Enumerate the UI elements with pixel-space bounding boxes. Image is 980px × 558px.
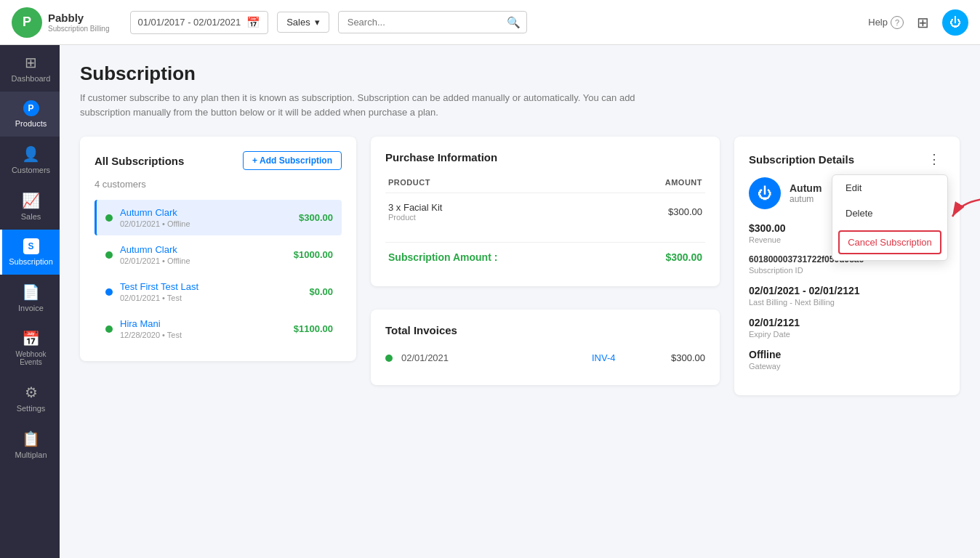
middle-column: Purchase Information PRODUCT AMOUNT <box>371 137 720 385</box>
help-label: Help <box>868 17 888 28</box>
sidebar-label-webhook: Webhook Events <box>5 350 57 366</box>
top-navigation: P Pabbly Subscription Billing 01/01/2017… <box>0 0 980 45</box>
gateway-value: Offline <box>749 349 945 360</box>
brand-name: Pabbly <box>48 12 110 25</box>
settings-icon: ⚙ <box>25 384 38 401</box>
main-layout: ⊞ Dashboard P Products 👤 Customers 📈 Sal… <box>0 45 980 558</box>
sidebar-label-dashboard: Dashboard <box>12 74 51 83</box>
help-circle-icon: ? <box>891 16 904 29</box>
webhook-icon: 📅 <box>22 330 40 347</box>
cancel-subscription-menu-item[interactable]: Cancel Subscription <box>838 230 941 254</box>
sidebar-label-subscription: Subscription <box>9 257 53 266</box>
sidebar-item-invoice[interactable]: 📄 Invoice <box>0 275 60 321</box>
sub-item-name-1: Autumn Clark <box>120 244 294 255</box>
sub-item-info-3: Hira Mani 12/28/2020 • Test <box>120 318 294 339</box>
invoice-id-0[interactable]: INV-4 <box>537 352 672 363</box>
status-dot-1 <box>105 251 113 259</box>
sidebar-label-products: Products <box>15 119 47 128</box>
invoice-row-0: 02/01/2021 INV-4 $300.00 <box>385 345 705 371</box>
subscription-item-2[interactable]: Test First Test Last 02/01/2021 • Test $… <box>95 274 342 310</box>
sales-label: Sales <box>286 17 310 28</box>
subscriptions-title: All Subscriptions <box>95 155 184 167</box>
search-button[interactable]: 🔍 <box>507 16 521 29</box>
subscriptions-card: All Subscriptions + Add Subscription 4 c… <box>80 137 356 361</box>
sidebar-item-sales[interactable]: 📈 Sales <box>0 183 60 230</box>
invoice-amount-0: $300.00 <box>671 352 705 363</box>
search-input[interactable] <box>345 12 507 33</box>
subscription-item-3[interactable]: Hira Mani 12/28/2020 • Test $1100.00 <box>95 311 342 347</box>
date-range-picker[interactable]: 01/01/2017 - 02/01/2021 📅 <box>130 11 269 34</box>
edit-menu-item[interactable]: Edit <box>832 175 947 201</box>
sub-item-name-0: Autumn Clark <box>120 207 299 218</box>
sidebar-label-settings: Settings <box>17 404 46 413</box>
delete-menu-item[interactable]: Delete <box>832 201 947 226</box>
sidebar-label-customers: Customers <box>12 166 50 174</box>
purchase-info-card: Purchase Information PRODUCT AMOUNT <box>371 137 720 286</box>
purchase-table: PRODUCT AMOUNT 3 x Facial Kit Product $3… <box>385 172 705 230</box>
invoice-date-0: 02/01/2021 <box>401 352 537 363</box>
details-header: Subscription Details ⋮ <box>749 151 945 167</box>
invoice-dot-0 <box>385 355 393 362</box>
help-button[interactable]: Help ? <box>868 16 904 29</box>
subscription-item-0[interactable]: Autumn Clark 02/01/2021 • Offline $300.0… <box>95 200 342 235</box>
sub-item-meta-2: 02/01/2021 • Test <box>120 294 309 302</box>
subscriptions-header: All Subscriptions + Add Subscription <box>95 151 342 170</box>
sales-filter-dropdown[interactable]: Sales ▾ <box>277 12 329 33</box>
arrow-indicator <box>949 195 980 226</box>
product-type: Product <box>388 213 569 222</box>
subscription-amount-row: Subscription Amount : $300.00 <box>385 242 705 272</box>
sub-item-amount-1: $1000.00 <box>294 249 333 260</box>
gateway-block: Offline Gateway <box>749 349 945 371</box>
billing-range-block: 02/01/2021 - 02/01/2121 Last Billing - N… <box>749 285 945 307</box>
power-button[interactable]: ⏻ <box>942 9 968 36</box>
multiplan-icon: 📋 <box>22 430 40 448</box>
sub-item-info-0: Autumn Clark 02/01/2021 • Offline <box>120 207 299 228</box>
sidebar-item-multiplan[interactable]: 📋 Multiplan <box>0 421 60 468</box>
sidebar-item-customers[interactable]: 👤 Customers <box>0 137 60 183</box>
date-range-value: 01/01/2017 - 02/01/2021 <box>138 17 241 28</box>
add-subscription-button[interactable]: + Add Subscription <box>243 151 342 170</box>
sub-item-amount-0: $300.00 <box>299 212 333 223</box>
invoices-title: Total Invoices <box>385 324 457 336</box>
three-dots-button[interactable]: ⋮ <box>923 151 945 167</box>
purchase-header: Purchase Information <box>385 151 705 163</box>
search-area: 🔍 <box>338 11 527 33</box>
sidebar: ⊞ Dashboard P Products 👤 Customers 📈 Sal… <box>0 45 60 558</box>
sub-item-info-2: Test First Test Last 02/01/2021 • Test <box>120 281 309 302</box>
sidebar-item-dashboard[interactable]: ⊞ Dashboard <box>0 45 60 92</box>
customer-name: Autum <box>790 182 822 194</box>
context-menu: Edit Delete Cancel Subscription <box>832 174 948 261</box>
sidebar-label-invoice: Invoice <box>18 304 44 312</box>
status-dot-3 <box>105 326 113 333</box>
grid-icon[interactable]: ⊞ <box>917 14 929 31</box>
calendar-icon: 📅 <box>246 16 260 29</box>
status-dot-2 <box>105 288 113 296</box>
expiry-date-label: Expiry Date <box>749 330 945 339</box>
customer-email: autum <box>790 194 822 204</box>
sidebar-item-settings[interactable]: ⚙ Settings <box>0 375 60 421</box>
subscription-item-1[interactable]: Autumn Clark 02/01/2021 • Offline $1000.… <box>95 237 342 272</box>
subscription-icon: S <box>23 238 39 254</box>
sub-item-name-2: Test First Test Last <box>120 281 309 292</box>
sub-item-meta-0: 02/01/2021 • Offline <box>120 219 299 228</box>
details-title: Subscription Details <box>749 153 854 166</box>
logo-area: P Pabbly Subscription Billing <box>12 7 110 38</box>
sidebar-item-products[interactable]: P Products <box>0 92 60 137</box>
sub-item-meta-1: 02/01/2021 • Offline <box>120 256 294 265</box>
gateway-label: Gateway <box>749 362 945 371</box>
products-icon: P <box>23 100 39 116</box>
sub-item-amount-3: $1100.00 <box>294 323 333 334</box>
product-name: 3 x Facial Kit <box>388 202 569 213</box>
sub-amount-value: $300.00 <box>665 251 702 263</box>
product-amount: $300.00 <box>571 193 705 231</box>
sidebar-item-subscription[interactable]: S Subscription <box>0 230 60 275</box>
chevron-down-icon: ▾ <box>315 17 320 28</box>
sub-item-info-1: Autumn Clark 02/01/2021 • Offline <box>120 244 294 265</box>
logo-icon: P <box>12 7 42 38</box>
page-title: Subscription <box>80 62 960 85</box>
product-cell: 3 x Facial Kit Product <box>385 193 571 231</box>
avatar-icon: ⏻ <box>758 185 772 202</box>
brand-subtitle: Subscription Billing <box>48 25 110 33</box>
sidebar-item-webhook[interactable]: 📅 Webhook Events <box>0 321 60 375</box>
nav-right: Help ? ⊞ ⏻ <box>868 9 968 36</box>
